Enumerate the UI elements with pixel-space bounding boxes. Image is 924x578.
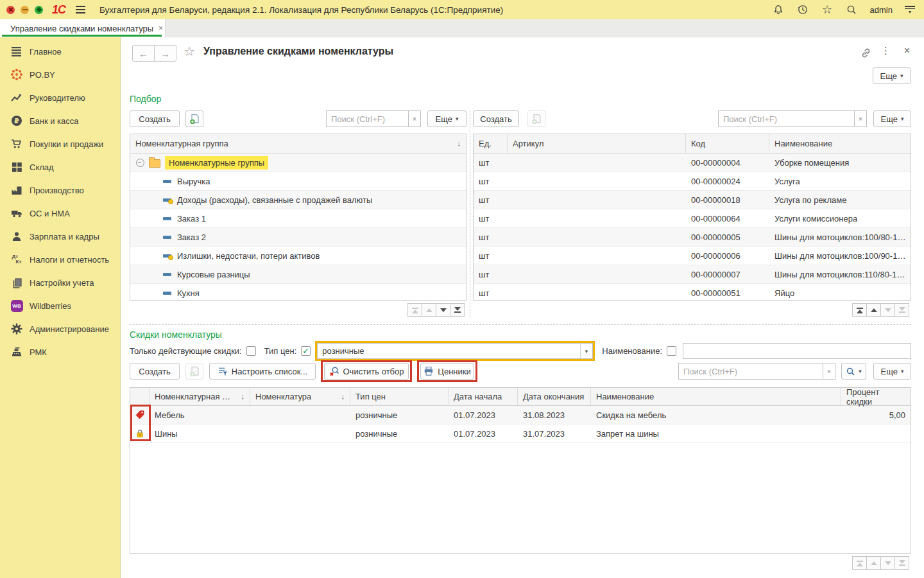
price-type-combobox[interactable]: розничные ▾ xyxy=(317,343,593,359)
main-menu-icon[interactable] xyxy=(76,6,85,13)
forward-button[interactable]: → xyxy=(154,45,176,62)
clear-filter-icon xyxy=(329,366,339,376)
sidebar-item-administrirovanie[interactable]: Администрирование xyxy=(0,317,120,340)
items-table-header[interactable]: Ед. Артикул Код Наименование xyxy=(474,134,911,153)
page-close-icon[interactable]: × xyxy=(904,45,910,57)
table-row[interactable]: шт00-00000051Яйцо xyxy=(474,284,911,301)
current-user[interactable]: admin xyxy=(870,5,893,15)
clear-filter-button[interactable]: Очистить отбор xyxy=(324,363,409,380)
tab-close-icon[interactable]: × xyxy=(158,24,163,33)
discounts-table-header[interactable]: Номенклатурная …↓ Номенклатура↓ Тип цен … xyxy=(130,388,911,406)
window-minimize-button[interactable] xyxy=(21,6,29,14)
groups-search-input[interactable] xyxy=(326,110,408,127)
sidebar-item-proizvodstvo[interactable]: Производство xyxy=(0,179,120,202)
items-search-input[interactable] xyxy=(718,110,854,127)
kebab-menu-icon[interactable]: ⋮ xyxy=(881,45,891,57)
search-icon xyxy=(846,367,855,376)
table-row[interactable]: шт00-00000006Шины для мотоциклов:100/90-… xyxy=(474,247,911,265)
scroll-down-button[interactable] xyxy=(880,303,895,317)
discounts-more-button[interactable]: Еще▾ xyxy=(873,363,911,380)
scroll-bottom-button[interactable] xyxy=(894,303,909,317)
tree-row[interactable]: Доходы (расходы), связанные с продажей в… xyxy=(130,191,466,209)
selected-tree-label: Номенклатурные группы xyxy=(165,156,268,170)
window-maximize-button[interactable] xyxy=(35,6,43,14)
scroll-top-button[interactable] xyxy=(852,303,867,317)
table-row[interactable]: шт00-00000004Уборке помещения xyxy=(474,153,911,172)
sidebar-item-wildberries[interactable]: WB Wildberries xyxy=(0,294,120,317)
favorites-star-icon[interactable]: ☆ xyxy=(821,4,834,16)
group-item-icon xyxy=(163,236,171,239)
scroll-top-button[interactable] xyxy=(407,303,422,317)
items-copy-button[interactable] xyxy=(527,110,545,127)
items-search-clear-icon[interactable]: × xyxy=(854,110,867,127)
sidebar-item-nalogi-i-otchetnost[interactable]: ДтКт Налоги и отчетность xyxy=(0,248,120,271)
window-close-button[interactable] xyxy=(6,6,15,14)
discounts-copy-button[interactable] xyxy=(185,363,203,380)
scroll-top-button[interactable] xyxy=(852,556,867,570)
scroll-up-button[interactable] xyxy=(422,303,436,317)
tree-row[interactable]: Излишки, недостачи, потери активов xyxy=(130,247,466,265)
service-menu-icon[interactable]: ▾ xyxy=(905,6,915,14)
discounts-search-clear-icon[interactable]: × xyxy=(823,363,835,380)
sidebar-item-poby[interactable]: PO.BY xyxy=(0,63,120,86)
price-tags-button[interactable]: Ценники xyxy=(420,363,474,380)
scroll-up-button[interactable] xyxy=(866,556,881,570)
discount-row-shiny[interactable]: Шины розничные 01.07.2023 31.07.2023 Зап… xyxy=(130,425,911,443)
discounts-search-input[interactable] xyxy=(678,363,823,380)
tree-row[interactable]: Выручка xyxy=(130,172,466,191)
price-type-checkbox[interactable]: ✓ xyxy=(301,346,311,356)
notifications-bell-icon[interactable] xyxy=(773,4,785,16)
sidebar-item-zarplata-i-kadry[interactable]: Зарплата и кадры xyxy=(0,225,120,248)
tree-row[interactable]: Курсовые разницы xyxy=(130,265,466,284)
discounts-toolbar: Создать Настроить список... Очистить отб… xyxy=(130,363,911,380)
tree-row[interactable]: Заказ 1 xyxy=(130,209,466,228)
sidebar-item-nastroyki-ucheta[interactable]: Настройки учета xyxy=(0,271,120,294)
items-create-button[interactable]: Создать xyxy=(473,110,519,127)
table-row[interactable]: шт00-00000064Услуги комиссионера xyxy=(474,209,911,228)
global-search-icon[interactable] xyxy=(846,4,858,16)
favorite-star-icon[interactable]: ☆ xyxy=(184,44,195,59)
groups-table-header[interactable]: Номенклатурная группа ↓ xyxy=(130,134,466,153)
items-search: × xyxy=(718,110,867,127)
tree-row[interactable]: Кухня xyxy=(130,284,466,301)
items-more-button[interactable]: Еще▾ xyxy=(873,110,911,127)
tab-discount-management[interactable]: Управление скидками номенклатуры × xyxy=(0,19,166,37)
configure-list-button[interactable]: Настроить список... xyxy=(209,363,316,380)
scroll-down-button[interactable] xyxy=(436,303,450,317)
collapse-toggle-icon[interactable] xyxy=(136,159,144,167)
table-row[interactable]: шт00-00000018Услуга по рекламе xyxy=(474,191,911,209)
groups-search-clear-icon[interactable]: × xyxy=(408,110,421,127)
tree-row-root[interactable]: Номенклатурные группы xyxy=(130,153,466,172)
groups-create-button[interactable]: Создать xyxy=(130,110,180,127)
active-only-checkbox[interactable] xyxy=(246,346,256,356)
scroll-down-button[interactable] xyxy=(880,556,895,570)
ruble-circle-icon: ₽ xyxy=(10,114,24,127)
sidebar-item-glavnoe[interactable]: Главное xyxy=(0,40,120,63)
groups-copy-button[interactable] xyxy=(185,110,203,127)
groups-more-button[interactable]: Еще▾ xyxy=(427,110,466,127)
scroll-bottom-button[interactable] xyxy=(894,556,909,570)
sidebar-item-os-i-nma[interactable]: ОС и НМА xyxy=(0,202,120,225)
sidebar-item-bank-i-kassa[interactable]: ₽ Банк и касса xyxy=(0,109,120,132)
back-button[interactable]: ← xyxy=(132,45,155,62)
history-icon[interactable] xyxy=(797,4,809,16)
scroll-up-button[interactable] xyxy=(866,303,881,317)
table-row[interactable]: шт00-00000005Шины для мотоциклов:100/80-… xyxy=(474,228,911,247)
sidebar-item-rmk[interactable]: РМК xyxy=(0,340,120,363)
scroll-bottom-button[interactable] xyxy=(450,303,465,317)
table-row[interactable]: шт00-00000024Услуга xyxy=(474,172,911,191)
table-row[interactable]: шт00-00000007Шины для мотоциклов:110/80-… xyxy=(474,265,911,284)
advanced-search-button[interactable]: ▾ xyxy=(841,363,866,380)
section-title-podbor: Подбор xyxy=(130,94,161,104)
link-icon[interactable] xyxy=(860,48,871,60)
discount-row-mebel[interactable]: Мебель розничные 01.07.2023 31.08.2023 С… xyxy=(130,406,911,425)
sidebar-item-sklad[interactable]: Склад xyxy=(0,155,120,179)
sidebar-item-pokupki-i-prodazhi[interactable]: Покупки и продажи xyxy=(0,132,120,155)
sidebar-item-rukovoditelyu[interactable]: Руководителю xyxy=(0,86,120,109)
name-filter-input[interactable] xyxy=(683,343,911,359)
page-more-button[interactable]: Еще▾ xyxy=(873,67,911,84)
tree-row[interactable]: Заказ 2 xyxy=(130,228,466,247)
name-filter-checkbox[interactable] xyxy=(667,346,676,356)
combobox-caret-icon[interactable]: ▾ xyxy=(580,344,593,358)
discounts-create-button[interactable]: Создать xyxy=(130,363,180,380)
